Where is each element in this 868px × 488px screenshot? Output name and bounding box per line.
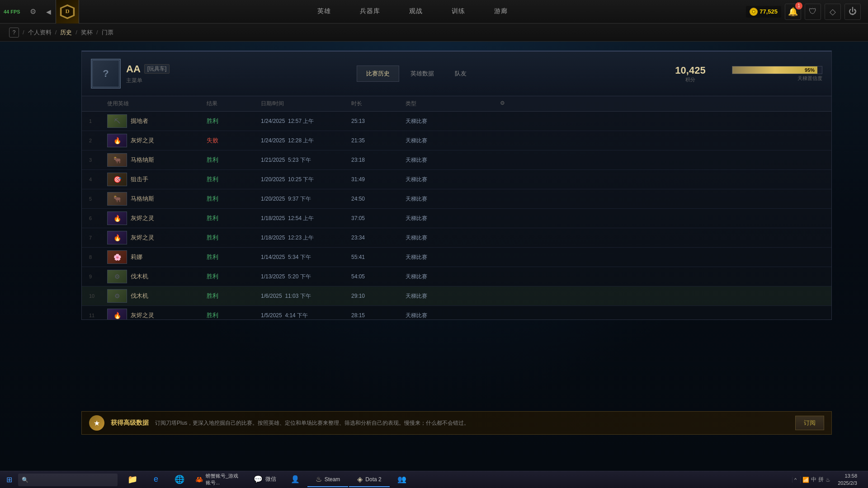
hero-name: 伐木机	[131, 272, 148, 281]
hero-cell: 🎯 狙击手	[107, 173, 207, 186]
tray-steam-icon[interactable]: ♨	[826, 477, 830, 483]
row-index: 6	[89, 216, 107, 221]
breadcrumb-profile[interactable]: 个人资料	[28, 28, 52, 37]
match-duration: 55:41	[351, 254, 406, 260]
taskbar-app-game-client[interactable]: 🦀 螃蟹账号_游戏账号...	[192, 473, 246, 487]
match-type: 天梯比赛	[406, 117, 487, 125]
table-row[interactable]: 2 🔥 灰烬之灵 失败 1/24/2025 12:28 上午 21:35 天梯比…	[82, 131, 831, 150]
table-row[interactable]: 6 🔥 灰烬之灵 胜利 1/18/2025 12:54 上午 37:05 天梯比…	[82, 209, 831, 228]
breadcrumb-tickets[interactable]: 门票	[102, 28, 113, 37]
taskbar-app-steam[interactable]: ♨ Steam	[307, 473, 348, 487]
show-desktop-button[interactable]	[863, 471, 864, 488]
table-row[interactable]: 5 🐂 马格纳斯 胜利 1/20/2025 9:37 下午 24:50 天梯比赛	[82, 189, 831, 209]
quest-button[interactable]: ◇	[825, 4, 841, 20]
avatar-container[interactable]: ?	[91, 59, 121, 89]
row-index: 7	[89, 235, 107, 240]
taskbar-app-browser[interactable]: 🌐	[168, 473, 191, 487]
table-row[interactable]: 10 ⚙ 伐木机 胜利 1/6/2025 11:03 下午 29:10 天梯比赛	[82, 286, 831, 306]
taskbar-app-extra[interactable]: 👥	[391, 473, 413, 487]
profile-name-area: AA [玩具车] 主菜单	[126, 63, 170, 84]
power-button[interactable]: ⏻	[844, 4, 861, 20]
table-row[interactable]: 9 ⚙ 伐木机 胜利 1/13/2025 5:20 下午 54:05 天梯比赛	[82, 267, 831, 286]
tray-expand[interactable]: ^	[794, 477, 797, 483]
table-row[interactable]: 1 ⛏ 掘地者 胜利 1/24/2025 12:57 上午 25:13 天梯比赛	[82, 112, 831, 131]
col-header-empty	[89, 100, 107, 108]
points-label: 积分	[663, 76, 717, 83]
nav-arcade[interactable]: 游廊	[480, 0, 522, 23]
hero-cell: 🌸 莉娜	[107, 250, 207, 264]
row-index: 4	[89, 177, 107, 182]
nav-learn[interactable]: 训练	[437, 0, 480, 23]
dota-logo[interactable]: D	[56, 0, 79, 23]
breadcrumb-trophies[interactable]: 奖杯	[81, 28, 93, 37]
tab-hero-stats[interactable]: 英雄数据	[401, 66, 443, 82]
tray-network-icon[interactable]: 📶	[802, 477, 809, 483]
table-row[interactable]: 7 🔥 灰烬之灵 胜利 1/18/2025 12:23 上午 23:34 天梯比…	[82, 228, 831, 248]
match-datetime: 1/18/2025 12:54 上午	[261, 215, 351, 222]
table-row[interactable]: 3 🐂 马格纳斯 胜利 1/21/2025 5:23 下午 23:18 天梯比赛	[82, 150, 831, 170]
tab-match-history[interactable]: 比赛历史	[357, 66, 399, 82]
tray-ime[interactable]: 拼	[818, 476, 824, 483]
notification-badge-count: 1	[795, 2, 802, 9]
nav-heroes[interactable]: 英雄	[303, 0, 345, 23]
match-duration: 29:10	[351, 293, 406, 299]
col-header-type: 类型	[406, 100, 487, 108]
help-button[interactable]: ?	[9, 28, 19, 38]
profile-panel: ? AA [玩具车] 主菜单 比赛历史 英雄数据 队友 10,425 积分	[81, 51, 832, 320]
profile-name: AA	[126, 63, 141, 75]
taskbar-time[interactable]: 13:58 2025/2/3	[834, 473, 861, 487]
gold-display: ⬡ 77,525	[746, 6, 781, 18]
nav-watch[interactable]: 观战	[395, 0, 437, 23]
match-result: 胜利	[207, 311, 261, 319]
match-duration: 23:18	[351, 157, 406, 163]
profile-sub[interactable]: 主菜单	[126, 77, 170, 84]
back-button[interactable]: ◀	[42, 5, 56, 19]
taskbar-app-user-switch[interactable]: 👤	[284, 473, 307, 487]
windows-search[interactable]: 🔍	[18, 474, 118, 486]
taskbar-app-wechat[interactable]: 💬 微信	[247, 473, 283, 487]
col-header-hero: 使用英雄	[107, 100, 207, 108]
row-index: 10	[89, 293, 107, 299]
windows-taskbar: ⊞ 🔍 📁 e 🌐 🦀 螃蟹账号_游戏账号... 💬 微信 👤 ♨ Steam	[0, 471, 868, 488]
table-row[interactable]: 11 🔥 灰烬之灵 胜利 1/5/2025 4:14 下午 28:15 天梯比赛	[82, 306, 831, 319]
windows-start-button[interactable]: ⊞	[0, 471, 18, 488]
shield-button[interactable]: 🛡	[805, 4, 821, 20]
row-index: 11	[89, 313, 107, 318]
hero-name: 伐木机	[131, 292, 148, 300]
match-datetime: 1/18/2025 12:23 上午	[261, 234, 351, 242]
profile-stats: 10,425 积分	[663, 65, 717, 83]
match-result: 胜利	[207, 214, 261, 222]
hero-image: 🔥	[107, 231, 127, 244]
tray-lang[interactable]: 中	[811, 476, 816, 483]
hero-image: 🌸	[107, 250, 127, 264]
date-display: 2025/2/3	[838, 480, 857, 487]
taskbar-app-dota2[interactable]: ◈ Dota 2	[349, 473, 390, 487]
hero-cell: 🐂 马格纳斯	[107, 192, 207, 206]
hero-image: ⛏	[107, 114, 127, 128]
match-result: 胜利	[207, 175, 261, 183]
hero-name: 灰烬之灵	[131, 136, 154, 145]
hero-image: 🔥	[107, 309, 127, 319]
taskbar-app-file-explorer[interactable]: 📁	[121, 473, 144, 487]
breadcrumb-history[interactable]: 历史	[60, 28, 72, 37]
match-duration: 21:35	[351, 137, 406, 144]
nav-armory[interactable]: 兵器库	[345, 0, 395, 23]
table-row[interactable]: 4 🎯 狙击手 胜利 1/20/2025 10:25 下午 31:49 天梯比赛	[82, 170, 831, 189]
tab-teammates[interactable]: 队友	[445, 66, 476, 82]
confidence-bar-fill: 95%	[732, 66, 817, 74]
taskbar-right: ^ 📶 中 拼 ♨ 13:58 2025/2/3	[788, 471, 868, 488]
notification-button[interactable]: 🔔 1	[785, 4, 801, 20]
settings-button[interactable]: ⚙	[26, 5, 40, 19]
hero-name: 灰烬之灵	[131, 234, 154, 242]
taskbar-app-ie[interactable]: e	[145, 473, 167, 487]
match-type: 天梯比赛	[406, 234, 487, 242]
match-datetime: 1/20/2025 10:25 下午	[261, 176, 351, 183]
match-result: 胜利	[207, 234, 261, 242]
confidence-container: 95% 天梯置信度	[732, 66, 822, 82]
points-value: 10,425	[663, 65, 717, 76]
time-display: 13:58	[838, 473, 857, 479]
table-row[interactable]: 8 🌸 莉娜 胜利 1/14/2025 5:34 下午 55:41 天梯比赛	[82, 248, 831, 267]
subscribe-button[interactable]: 订阅	[795, 416, 824, 430]
fps-counter: 44 FPS	[0, 9, 24, 14]
col-header-settings[interactable]: ⚙	[487, 100, 505, 108]
